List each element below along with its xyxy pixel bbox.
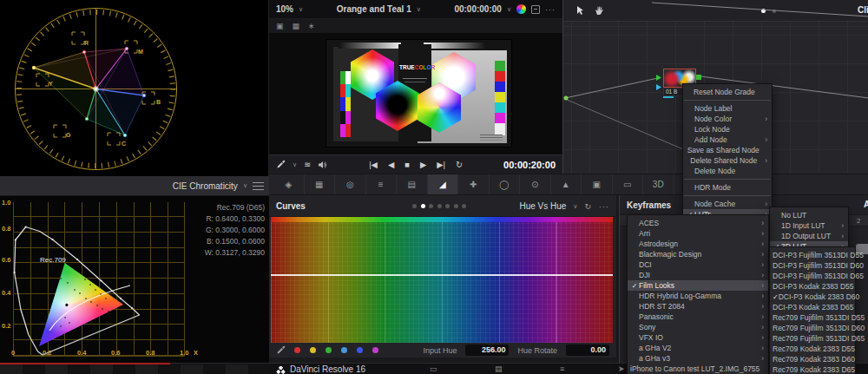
reset-icon[interactable]: ↻ (584, 202, 592, 211)
menu-item[interactable]: Delete Shared Node› (683, 155, 772, 166)
menu-item[interactable]: DCI-P3 Fujifilm 3513DI D65 (770, 271, 855, 281)
hue-vs-hue-curve-area[interactable] (271, 222, 613, 343)
hue-rotate-field[interactable]: 0.00 (566, 344, 609, 356)
menu-item[interactable]: Add Node› (683, 135, 772, 145)
menu-item[interactable] (684, 195, 771, 196)
page-dot[interactable] (429, 204, 433, 208)
deliver-page-icon[interactable]: ➤ (618, 364, 625, 373)
loop-button[interactable]: ↻ (456, 160, 463, 169)
menu-item[interactable]: Rec709 Kodak 2383 D55 (770, 344, 855, 354)
menu-item[interactable] (684, 179, 771, 180)
go-last-button[interactable]: ▶| (437, 160, 445, 169)
viewer-zoom-select[interactable]: 10% (276, 4, 293, 14)
menu-item[interactable]: Delete Node (683, 166, 772, 176)
keyframes-all-tab[interactable]: All (864, 200, 868, 209)
menu-item[interactable]: a GHa v3› (628, 353, 768, 364)
color-match-icon[interactable]: ▦ (305, 174, 336, 194)
davinci-resolve-logo-icon[interactable] (276, 365, 286, 374)
page-dot[interactable] (437, 204, 442, 208)
edit-page-icon[interactable]: ▤ (495, 364, 503, 373)
page-dot[interactable] (454, 204, 458, 208)
menu-item[interactable]: 1D Output LUT› (770, 231, 848, 241)
menu-item[interactable]: DCI-P3 Kodak 2383 D55 (770, 281, 855, 292)
blue-hue-dot[interactable] (357, 347, 363, 353)
menu-item[interactable]: DJI› (628, 270, 768, 280)
red-hue-dot[interactable] (294, 347, 300, 353)
eyedropper-icon[interactable] (276, 345, 286, 355)
sizing-icon[interactable]: ▭ (613, 174, 644, 194)
more-icon[interactable]: ··· (599, 202, 609, 211)
viewer-video-area[interactable]: TRUECOLOR (269, 33, 562, 154)
magenta-hue-dot[interactable] (372, 347, 378, 353)
menu-item[interactable]: DCI-P3 Fujifilm 3513DI D60 (770, 260, 855, 271)
play-button[interactable]: ▶ (420, 160, 426, 169)
stereo-3d-icon[interactable]: 3D (643, 174, 674, 194)
menu-item[interactable]: Sony› (628, 322, 768, 332)
menu-item[interactable]: ✓Film Looks› (628, 280, 768, 291)
chevron-down-icon[interactable]: ∨ (417, 6, 421, 13)
wipe-mode-icon[interactable]: ≋ (304, 160, 311, 169)
yellow-hue-dot[interactable] (310, 347, 316, 353)
speaker-icon[interactable] (318, 161, 328, 169)
qualifier-icon[interactable]: ✚ (458, 174, 490, 194)
clip-thumb-icon[interactable]: ▣ (276, 22, 284, 30)
cyan-hue-dot[interactable] (341, 347, 347, 353)
chevron-down-icon[interactable]: ∨ (507, 6, 511, 13)
clip-title-select[interactable]: Orange and Teal 1 (337, 4, 411, 14)
chevron-down-icon[interactable]: ∨ (573, 203, 577, 210)
enhance-icon[interactable]: ∗ (308, 22, 315, 30)
menu-item[interactable]: HDR Mode (683, 182, 772, 193)
menu-item[interactable]: Node Cache› (683, 199, 772, 209)
menu-item[interactable]: Node Label (683, 103, 772, 114)
cie-title[interactable]: CIE Chromaticity (173, 181, 238, 191)
key-icon[interactable]: ▣ (582, 174, 613, 194)
menu-item[interactable]: DCI› (628, 259, 768, 270)
menu-item[interactable]: 1D Input LUT› (770, 220, 848, 231)
more-icon[interactable]: ··· (545, 5, 556, 14)
go-first-button[interactable]: |◀ (369, 160, 378, 169)
camera-raw-icon[interactable]: ◈ (273, 174, 305, 194)
rgb-mixer-icon[interactable]: ≡ (366, 174, 398, 194)
green-hue-dot[interactable] (326, 347, 332, 353)
menu-item[interactable]: Astrodesign› (628, 239, 768, 249)
curves-icon[interactable]: ◢ (428, 174, 459, 194)
chevron-down-icon[interactable]: ∨ (293, 161, 297, 168)
viewer-timecode[interactable]: 00:00:00:00 (454, 4, 501, 14)
chevron-down-icon[interactable]: ∨ (299, 6, 303, 13)
chevron-down-icon[interactable]: ∨ (243, 182, 247, 189)
page-dot[interactable] (462, 204, 466, 208)
menu-item[interactable]: DCI-P3 Kodak 2383 D65 (770, 302, 855, 312)
curve-mode-select[interactable]: Hue Vs Hue (519, 201, 566, 211)
grid-view-icon[interactable]: ▦ (293, 22, 300, 30)
motion-effects-icon[interactable]: ▤ (397, 174, 428, 194)
menu-item[interactable]: iPhone to Canon test LUT_2.IMG_6755 (628, 364, 768, 374)
tracker-icon[interactable]: ⊙ (520, 174, 551, 194)
fairlight-page-icon[interactable]: ≡ (560, 364, 564, 373)
menu-item[interactable]: Node Color› (683, 114, 772, 124)
menu-item[interactable]: Blackmagic Design› (628, 249, 768, 259)
menu-item[interactable]: Rec709 Kodak 2383 D65 (770, 364, 855, 374)
menu-item[interactable]: ✓DCI-P3 Kodak 2383 D60 (770, 292, 855, 302)
scope-settings-icon[interactable] (253, 182, 264, 190)
menu-item[interactable]: Rec709 Fujifilm 3513DI D60 (770, 323, 855, 333)
color-wheels-icon[interactable]: ◎ (335, 174, 366, 194)
menu-item[interactable]: VFX IO› (628, 332, 768, 343)
eyedropper-icon[interactable] (276, 160, 286, 169)
menu-item[interactable]: ACES› (628, 218, 768, 228)
power-window-icon[interactable]: ◯ (490, 174, 521, 194)
menu-item[interactable]: Panasonic› (628, 312, 768, 322)
menu-item[interactable]: Reset Node Grade (683, 87, 772, 97)
menu-item[interactable]: Lock Node (683, 124, 772, 135)
expand-icon[interactable] (531, 5, 540, 14)
input-hue-field[interactable]: 256.00 (465, 344, 509, 356)
stop-button[interactable]: ■ (404, 160, 410, 169)
menu-item[interactable]: a GHa V2› (628, 343, 768, 353)
page-dot[interactable] (421, 204, 425, 208)
menu-item[interactable]: HDR ST 2084› (628, 301, 768, 312)
menu-item[interactable]: DCI-P3 Fujifilm 3513DI D55 (770, 250, 855, 260)
menu-item[interactable]: No LUT (770, 210, 848, 220)
menu-item[interactable]: HDR Hybrid Log-Gamma› (628, 291, 768, 301)
menu-item[interactable]: Rec709 Fujifilm 3513DI D65 (770, 333, 855, 344)
menu-item[interactable]: Rec709 Kodak 2383 D60 (770, 354, 855, 364)
blur-icon[interactable]: ▲ (551, 174, 582, 194)
